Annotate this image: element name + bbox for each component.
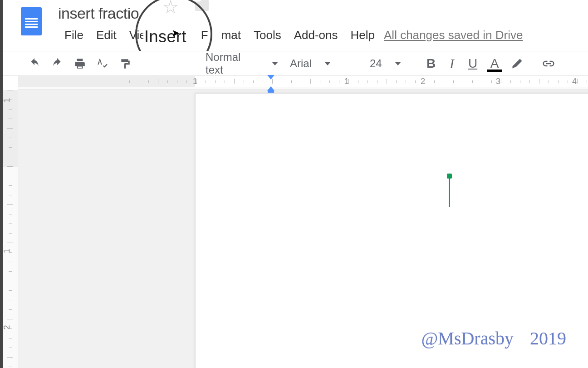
first-line-indent-marker[interactable] <box>267 75 274 80</box>
highlight-button[interactable] <box>507 55 527 73</box>
font-family-value: Arial <box>290 57 312 70</box>
spellcheck-button[interactable] <box>93 55 113 73</box>
watermark-year: 2019 <box>530 328 566 349</box>
menu-addons[interactable]: Add-ons <box>288 26 344 44</box>
font-size-dropdown[interactable]: 24 <box>365 55 411 73</box>
document-canvas[interactable] <box>18 90 588 368</box>
redo-icon <box>51 58 63 70</box>
insert-link-button[interactable] <box>539 55 559 73</box>
font-size-value: 24 <box>370 57 382 70</box>
vruler-number: 2 <box>2 325 12 329</box>
spellcheck-icon <box>97 58 108 70</box>
docs-logo-lines-icon <box>25 18 38 20</box>
ruler-number: 1 <box>193 77 197 86</box>
menu-bar: File Edit Vie Insert F mat Tools Add-ons… <box>58 25 523 45</box>
text-color-button[interactable]: A <box>485 55 505 73</box>
ruler-number: 3 <box>496 77 500 86</box>
paint-format-button[interactable] <box>115 55 135 73</box>
ruler-ticks: 1 1 2 3 4 <box>18 76 588 87</box>
paint-roller-icon <box>119 58 131 70</box>
chevron-down-icon <box>395 62 401 65</box>
text-color-swatch <box>487 70 502 72</box>
watermark-handle: @MsDrasby <box>421 328 514 349</box>
menu-file[interactable]: File <box>58 26 90 44</box>
menu-view[interactable]: Vie <box>123 26 152 44</box>
menu-help[interactable]: Help <box>344 26 381 44</box>
menu-edit[interactable]: Edit <box>90 26 123 44</box>
print-icon <box>74 58 86 70</box>
chevron-down-icon <box>324 62 331 65</box>
menu-tools[interactable]: Tools <box>247 26 288 44</box>
star-icon[interactable]: ☆ <box>162 0 179 17</box>
toolbar-separator <box>416 56 416 71</box>
horizontal-ruler[interactable]: 1 1 2 3 4 <box>18 76 588 90</box>
bold-button[interactable]: B <box>422 56 440 71</box>
print-button[interactable] <box>70 55 90 73</box>
underline-button[interactable]: U <box>464 56 482 71</box>
font-family-dropdown[interactable]: Arial <box>285 55 363 73</box>
move-folder-icon[interactable] <box>195 0 209 11</box>
text-color-icon: A <box>490 57 499 70</box>
text-caret <box>449 176 450 207</box>
undo-button[interactable] <box>24 55 44 73</box>
document-title[interactable]: insert fractio <box>58 5 139 22</box>
italic-button[interactable]: I <box>443 56 461 71</box>
vertical-ruler[interactable]: 1 1 2 <box>3 90 18 368</box>
document-page[interactable] <box>195 93 588 368</box>
docs-logo[interactable] <box>21 7 42 35</box>
toolbar-separator <box>141 56 141 71</box>
vruler-number: 1 <box>2 249 12 253</box>
redo-button[interactable] <box>47 55 67 73</box>
vruler-number: 1 <box>2 98 12 102</box>
left-indent-base[interactable] <box>268 90 274 93</box>
undo-icon <box>29 58 40 70</box>
paragraph-style-value: Normal text <box>206 51 259 76</box>
paragraph-style-dropdown[interactable]: Normal text <box>201 55 283 73</box>
highlighter-icon <box>511 57 524 70</box>
watermark: @MsDrasby 2019 <box>421 328 567 349</box>
menu-format[interactable]: F mat <box>195 26 247 44</box>
chevron-down-icon <box>272 62 278 65</box>
toolbar: Normal text Arial 24 B I U A <box>3 51 588 76</box>
ruler-number: 4 <box>572 77 577 86</box>
toolbar-separator <box>533 56 533 71</box>
save-status: All changes saved in Drive <box>384 28 523 42</box>
link-icon <box>542 57 555 70</box>
